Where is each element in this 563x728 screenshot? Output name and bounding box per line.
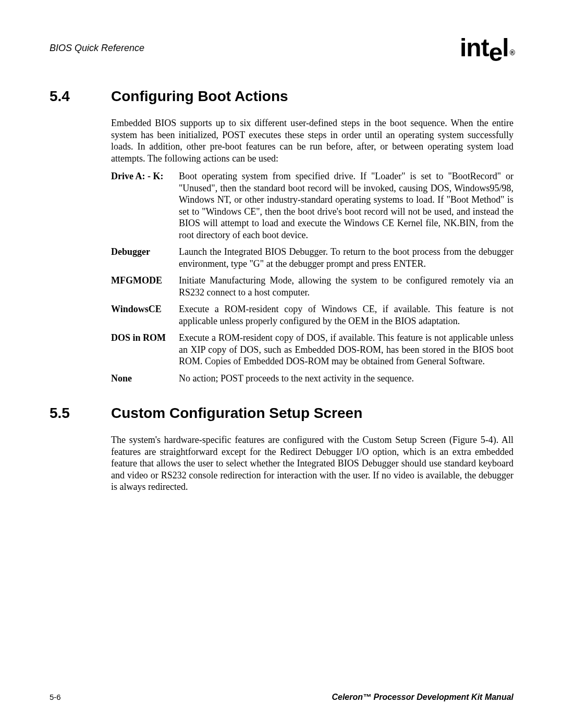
page-content: BIOS Quick Reference intel® 5.4 Configur… (0, 0, 563, 728)
definition-row: WindowsCE Execute a ROM-resident copy of… (111, 303, 513, 327)
definition-row: Drive A: - K: Boot operating system from… (111, 170, 513, 241)
definition-desc: Launch the Integrated BIOS Debugger. To … (179, 246, 513, 269)
definition-desc: Execute a ROM-resident copy of DOS, if a… (179, 332, 513, 367)
definition-row: None No action; POST proceeds to the nex… (111, 373, 513, 385)
definition-term: WindowsCE (111, 303, 179, 327)
page-footer: 5-6 Celeron™ Processor Development Kit M… (50, 693, 513, 702)
section-number: 5.4 (50, 88, 111, 105)
footer-manual-title: Celeron™ Processor Development Kit Manua… (332, 693, 513, 702)
logo-registered-icon: ® (510, 48, 515, 57)
definition-desc: Boot operating system from specified dri… (179, 170, 513, 241)
logo-text-prefix: int (460, 34, 489, 61)
page-header: BIOS Quick Reference intel® (50, 43, 513, 62)
definition-term: Drive A: - K: (111, 170, 179, 241)
section-title: Custom Configuration Setup Screen (111, 405, 513, 422)
page-number: 5-6 (50, 693, 61, 701)
section-heading: 5.5 Custom Configuration Setup Screen (50, 405, 513, 422)
definition-row: MFGMODE Initiate Manufacturing Mode, all… (111, 275, 513, 298)
header-title: BIOS Quick Reference (50, 43, 144, 54)
section-title: Configuring Boot Actions (111, 88, 513, 105)
section-heading: 5.4 Configuring Boot Actions (50, 88, 513, 105)
definition-term: None (111, 373, 179, 385)
definition-term: DOS in ROM (111, 332, 179, 367)
definition-list: Drive A: - K: Boot operating system from… (111, 170, 513, 384)
logo-e-drop: e (489, 33, 503, 62)
section-5-4: 5.4 Configuring Boot Actions Embedded BI… (50, 88, 513, 384)
intel-logo: intel® (460, 33, 513, 62)
section-intro: The system's hardware-specific features … (111, 434, 513, 493)
definition-term: Debugger (111, 246, 179, 269)
section-number: 5.5 (50, 405, 111, 422)
definition-row: Debugger Launch the Integrated BIOS Debu… (111, 246, 513, 269)
definition-desc: Initiate Manufacturing Mode, allowing th… (179, 275, 513, 298)
logo-text-suffix: l (502, 34, 508, 61)
definition-desc: Execute a ROM-resident copy of Windows C… (179, 303, 513, 327)
section-5-5: 5.5 Custom Configuration Setup Screen Th… (50, 405, 513, 493)
definition-desc: No action; POST proceeds to the next act… (179, 373, 513, 385)
section-intro: Embedded BIOS supports up to six differe… (111, 117, 513, 164)
definition-row: DOS in ROM Execute a ROM-resident copy o… (111, 332, 513, 367)
definition-term: MFGMODE (111, 275, 179, 298)
